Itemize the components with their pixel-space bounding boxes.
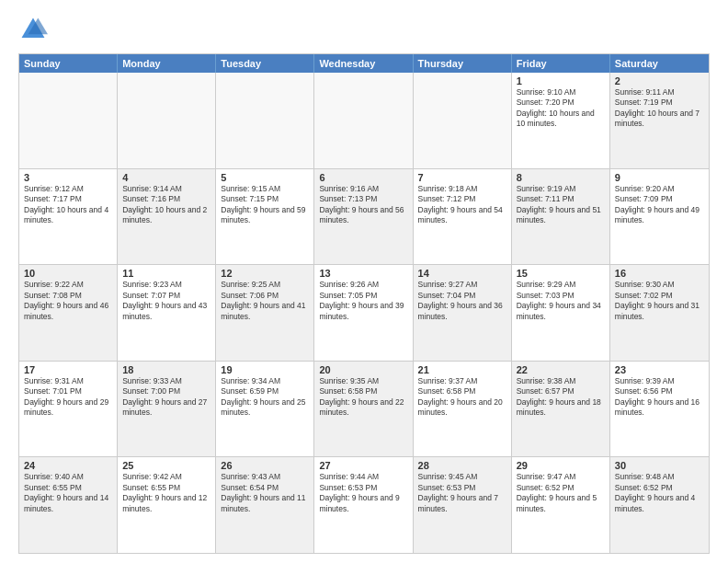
day-cell-6: 6Sunrise: 9:16 AM Sunset: 7:13 PM Daylig… [314,169,413,265]
day-cell-2: 2Sunrise: 9:11 AM Sunset: 7:19 PM Daylig… [610,73,709,168]
day-number: 10 [24,268,112,279]
day-info: Sunrise: 9:34 AM Sunset: 6:59 PM Dayligh… [221,376,309,419]
day-cell-3: 3Sunrise: 9:12 AM Sunset: 7:17 PM Daylig… [19,169,118,265]
day-cell-13: 13Sunrise: 9:26 AM Sunset: 7:05 PM Dayli… [314,265,413,361]
day-cell-24: 24Sunrise: 9:40 AM Sunset: 6:55 PM Dayli… [19,457,118,553]
day-info: Sunrise: 9:30 AM Sunset: 7:02 PM Dayligh… [615,280,704,322]
day-info: Sunrise: 9:23 AM Sunset: 7:07 PM Dayligh… [122,280,210,322]
day-info: Sunrise: 9:42 AM Sunset: 6:55 PM Dayligh… [122,472,210,514]
day-cell-29: 29Sunrise: 9:47 AM Sunset: 6:52 PM Dayli… [512,457,610,553]
day-cell-23: 23Sunrise: 9:39 AM Sunset: 6:56 PM Dayli… [610,362,709,457]
day-info: Sunrise: 9:39 AM Sunset: 6:56 PM Dayligh… [615,376,704,419]
day-cell-22: 22Sunrise: 9:38 AM Sunset: 6:57 PM Dayli… [512,362,610,457]
day-info: Sunrise: 9:18 AM Sunset: 7:12 PM Dayligh… [418,184,506,226]
day-number: 29 [517,460,605,471]
day-info: Sunrise: 9:12 AM Sunset: 7:17 PM Dayligh… [24,184,112,226]
day-number: 6 [319,172,407,183]
day-info: Sunrise: 9:45 AM Sunset: 6:53 PM Dayligh… [418,472,506,514]
empty-cell [19,73,118,168]
day-cell-15: 15Sunrise: 9:29 AM Sunset: 7:03 PM Dayli… [512,265,610,361]
day-info: Sunrise: 9:38 AM Sunset: 6:57 PM Dayligh… [517,376,605,419]
page-header [18,15,710,44]
day-cell-18: 18Sunrise: 9:33 AM Sunset: 7:00 PM Dayli… [118,362,216,457]
header-day-monday: Monday [118,54,216,73]
day-info: Sunrise: 9:22 AM Sunset: 7:08 PM Dayligh… [24,280,112,322]
day-cell-7: 7Sunrise: 9:18 AM Sunset: 7:12 PM Daylig… [414,169,512,265]
day-cell-5: 5Sunrise: 9:15 AM Sunset: 7:15 PM Daylig… [216,169,314,265]
day-cell-9: 9Sunrise: 9:20 AM Sunset: 7:09 PM Daylig… [610,169,709,265]
day-number: 17 [24,364,112,375]
calendar-row-2: 3Sunrise: 9:12 AM Sunset: 7:17 PM Daylig… [19,168,709,265]
day-cell-17: 17Sunrise: 9:31 AM Sunset: 7:01 PM Dayli… [19,362,118,457]
day-number: 7 [418,172,506,183]
header-day-wednesday: Wednesday [314,54,413,73]
day-info: Sunrise: 9:25 AM Sunset: 7:06 PM Dayligh… [221,280,309,322]
day-info: Sunrise: 9:20 AM Sunset: 7:09 PM Dayligh… [615,184,704,226]
day-info: Sunrise: 9:11 AM Sunset: 7:19 PM Dayligh… [615,87,704,130]
day-cell-28: 28Sunrise: 9:45 AM Sunset: 6:53 PM Dayli… [414,457,512,553]
day-info: Sunrise: 9:10 AM Sunset: 7:20 PM Dayligh… [517,87,605,130]
header-day-thursday: Thursday [414,54,512,73]
day-number: 16 [615,268,704,279]
calendar-row-4: 17Sunrise: 9:31 AM Sunset: 7:01 PM Dayli… [19,361,709,457]
day-cell-25: 25Sunrise: 9:42 AM Sunset: 6:55 PM Dayli… [118,457,216,553]
day-number: 3 [24,172,112,183]
day-number: 4 [122,172,210,183]
day-cell-26: 26Sunrise: 9:43 AM Sunset: 6:54 PM Dayli… [216,457,314,553]
header-day-saturday: Saturday [610,54,709,73]
calendar-row-1: 1Sunrise: 9:10 AM Sunset: 7:20 PM Daylig… [19,73,709,168]
day-cell-11: 11Sunrise: 9:23 AM Sunset: 7:07 PM Dayli… [118,265,216,361]
day-number: 23 [615,364,704,375]
day-number: 5 [221,172,309,183]
header-day-tuesday: Tuesday [216,54,314,73]
day-cell-20: 20Sunrise: 9:35 AM Sunset: 6:58 PM Dayli… [314,362,413,457]
empty-cell [314,73,413,168]
day-info: Sunrise: 9:26 AM Sunset: 7:05 PM Dayligh… [319,280,407,322]
day-cell-1: 1Sunrise: 9:10 AM Sunset: 7:20 PM Daylig… [512,73,610,168]
day-cell-4: 4Sunrise: 9:14 AM Sunset: 7:16 PM Daylig… [118,169,216,265]
empty-cell [118,73,216,168]
day-number: 26 [221,460,309,471]
day-info: Sunrise: 9:35 AM Sunset: 6:58 PM Dayligh… [319,376,407,419]
empty-cell [216,73,314,168]
day-number: 22 [517,364,605,375]
calendar-body: 1Sunrise: 9:10 AM Sunset: 7:20 PM Daylig… [19,73,709,553]
day-info: Sunrise: 9:43 AM Sunset: 6:54 PM Dayligh… [221,472,309,514]
day-info: Sunrise: 9:27 AM Sunset: 7:04 PM Dayligh… [418,280,506,322]
day-info: Sunrise: 9:16 AM Sunset: 7:13 PM Dayligh… [319,184,407,226]
day-number: 25 [122,460,210,471]
day-number: 13 [319,268,407,279]
day-number: 30 [615,460,704,471]
day-number: 19 [221,364,309,375]
day-info: Sunrise: 9:40 AM Sunset: 6:55 PM Dayligh… [24,472,112,514]
day-info: Sunrise: 9:14 AM Sunset: 7:16 PM Dayligh… [122,184,210,226]
day-cell-21: 21Sunrise: 9:37 AM Sunset: 6:58 PM Dayli… [414,362,512,457]
day-number: 2 [615,75,704,86]
calendar: SundayMondayTuesdayWednesdayThursdayFrid… [18,53,710,554]
day-number: 21 [418,364,506,375]
day-cell-30: 30Sunrise: 9:48 AM Sunset: 6:52 PM Dayli… [610,457,709,553]
day-info: Sunrise: 9:37 AM Sunset: 6:58 PM Dayligh… [418,376,506,419]
day-info: Sunrise: 9:48 AM Sunset: 6:52 PM Dayligh… [615,472,704,514]
day-info: Sunrise: 9:47 AM Sunset: 6:52 PM Dayligh… [517,472,605,514]
day-cell-27: 27Sunrise: 9:44 AM Sunset: 6:53 PM Dayli… [314,457,413,553]
day-number: 24 [24,460,112,471]
day-number: 20 [319,364,407,375]
day-number: 11 [122,268,210,279]
day-info: Sunrise: 9:29 AM Sunset: 7:03 PM Dayligh… [517,280,605,322]
header-day-sunday: Sunday [19,54,118,73]
calendar-row-5: 24Sunrise: 9:40 AM Sunset: 6:55 PM Dayli… [19,456,709,553]
logo-icon [18,15,48,44]
header-day-friday: Friday [512,54,610,73]
empty-cell [414,73,512,168]
day-info: Sunrise: 9:44 AM Sunset: 6:53 PM Dayligh… [319,472,407,514]
day-cell-16: 16Sunrise: 9:30 AM Sunset: 7:02 PM Dayli… [610,265,709,361]
day-cell-19: 19Sunrise: 9:34 AM Sunset: 6:59 PM Dayli… [216,362,314,457]
day-number: 12 [221,268,309,279]
day-number: 8 [517,172,605,183]
logo [18,15,53,44]
day-info: Sunrise: 9:33 AM Sunset: 7:00 PM Dayligh… [122,376,210,419]
day-number: 14 [418,268,506,279]
day-cell-14: 14Sunrise: 9:27 AM Sunset: 7:04 PM Dayli… [414,265,512,361]
day-info: Sunrise: 9:15 AM Sunset: 7:15 PM Dayligh… [221,184,309,226]
